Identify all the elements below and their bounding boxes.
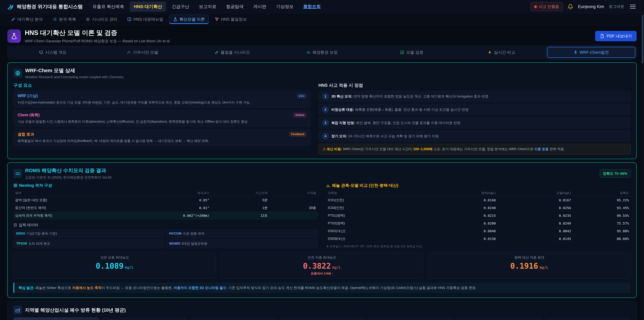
advantage-desc: 해안 절벽, 항만 구조물, 인접 도시의 건물 효과를 지형 데이터로 반영 (356, 121, 460, 125)
database-icon (14, 223, 17, 227)
nesting-table: 영역 격자크기 시간간격 수직층 광역 (일본·대만 포함) 0.05° 5분 … (14, 190, 318, 219)
nav-item-aerial-search[interactable]: 항공탐색 (222, 2, 248, 12)
phenol-table: 관측점 관측(mg/L) 모델(mg/L) 정확도 IC01(인천) 0.016… (326, 190, 630, 243)
incident-dot-icon (534, 6, 537, 8)
pdf-export-button[interactable]: PDF 내보내기 (595, 31, 636, 41)
subnav-item-scenario-manage[interactable]: 시나리오 관리 (82, 15, 121, 24)
tab-wrfchem[interactable]: WRF-Chem발전 (547, 47, 635, 58)
wrfchem-subtitle: Weather Research and Forecasting model c… (25, 75, 124, 79)
input-data-cell: TPXO9조위 15개 분조 (14, 239, 165, 248)
computation-cost-note: ⚠ 계산 비용: WRF-Chem은 가우시안 모델 대비 계산 시간이 100… (318, 144, 630, 154)
table-row: 중간역 (한반도 해역) 0.01° 1분 20층 (14, 204, 318, 212)
tab-label: 해양환경 보정 (312, 50, 338, 55)
wing-logo-icon (8, 3, 14, 10)
wave-icon (14, 169, 22, 178)
region-stat-incheon: 인천 91,658 m³/일 1,073t/a (190, 317, 276, 320)
bar-chart-icon (326, 183, 330, 187)
page-icon (8, 29, 21, 43)
table-row: PT02(평택) 0.0200 0.0249 75.57% (326, 219, 630, 227)
nav-item-rescue[interactable]: 긴급구난 (168, 2, 193, 12)
phenol-heading-row: 페놀 관측-모델 비교 (인천·평택·대산) (326, 183, 630, 188)
col-header: 수직층 (268, 191, 316, 195)
rocket-icon (574, 50, 578, 54)
tab-label: 실시간 비교 (494, 50, 515, 55)
monitor-icon (39, 50, 43, 54)
component-coupling: 결합 효과 Feedback 화학물질의 복사 효과가 기상장에 되먹임(fee… (14, 129, 311, 146)
user-name[interactable]: Eunjeong Kim (578, 4, 604, 9)
subnav-item-model-theory[interactable]: 확산모델 이론 (169, 15, 209, 24)
wrfchem-title: WRF-Chem 모델 상세 (25, 67, 124, 74)
subnav-label: 시나리오 관리 (92, 17, 118, 22)
tab-system-overview[interactable]: 시스템 개요 (9, 47, 97, 58)
component-wrf: WRF (기상) v4.x 비정수압(non-hydrostatic) 중규모 … (14, 91, 311, 108)
metric-value: 0.3822 (303, 261, 331, 270)
subnav-item-hns-manual[interactable]: HNS 대응매뉴얼 (124, 15, 167, 24)
roms-card: ROMS 해양확산 수치모의 검증 결과 김창은·이문진 외 (2024), 한… (8, 162, 636, 298)
subnav-item-atmo-analysis[interactable]: 대기확산 분석 (8, 15, 46, 24)
col-header: 관측점 (328, 191, 420, 195)
gear-icon (86, 17, 90, 22)
component-desc: 기상 모델과 동일한 시간 스텝에서 화학종의 이류(advection), 난… (18, 119, 306, 124)
nesting-heading: Nesting 격자 구성 (19, 183, 52, 188)
table-row: DS03(대산) 0.0130 0.0145 88.60% (326, 235, 630, 243)
advantage-item: 3 복잡 지형 반영: 해안 절벽, 항만 구조물, 인접 도시의 건물 효과를… (318, 117, 630, 129)
col-header: 정확도 (571, 191, 629, 195)
roms-title: ROMS 해양확산 수치모의 검증 결과 (25, 167, 112, 174)
metric-label: 인천 저층 최대농도 (224, 255, 420, 260)
document-icon (600, 34, 604, 38)
tab-gaussian-model[interactable]: 가우시안 모델 (98, 47, 186, 58)
tab-model-validation[interactable]: 모델 검증 (368, 47, 456, 58)
bell-icon[interactable] (568, 4, 573, 10)
subnav-item-analysis-list[interactable]: 분석 목록 (49, 15, 80, 24)
subnav-label: 확산모델 이론 (180, 17, 205, 22)
metric-incheon-surface: 인천 표층 최대농도 0.1089mg/L (14, 252, 216, 279)
col-header: 모델(mg/L) (496, 191, 571, 195)
col-header: 격자크기 (127, 191, 209, 195)
nav-item-oil-spill[interactable]: 유출유 확산예측 (88, 2, 128, 12)
scrollbar-thumb[interactable] (642, 15, 644, 64)
nav-item-hns-atmo[interactable]: HNS·대기확산 (130, 2, 166, 12)
app-logo[interactable]: 해양환경 위기대응 통합시스템 (8, 3, 83, 10)
tab-substance-scenario[interactable]: 물질별 시나리오 (188, 47, 276, 58)
logout-button[interactable]: 로그아웃 (609, 4, 624, 9)
hamburger-menu-icon[interactable] (629, 4, 636, 10)
number-badge: 2 (322, 106, 329, 113)
component-mode-badge: Online (293, 113, 306, 118)
components-heading: 구성 요소 (14, 82, 311, 88)
wave-icon (306, 50, 310, 54)
col-header: 관측(mg/L) (420, 191, 496, 195)
cost-text: 전략 적용. (548, 147, 565, 151)
page-title: HNS 대기확산 모델 이론 및 검증 (25, 29, 170, 37)
cost-text: 소요. 초기 대응에는 가우시안 모델, 정밀 분석에는 WRF-Chem으로 (432, 147, 534, 151)
molecule-icon (215, 17, 219, 22)
phenol-table-note: ※ 관측일시: 2023.06.27~28 / 전체 18개 관측점 중 대표 … (326, 244, 630, 248)
grid-icon (14, 183, 18, 187)
section-tabs: 시스템 개요 가우시안 모델 물질별 시나리오 해양환경 보정 모델 검증 실시… (8, 46, 636, 59)
pdf-export-label: PDF 내보내기 (606, 33, 632, 39)
tab-realtime-compare[interactable]: 실시간 비교 (458, 47, 546, 58)
number-badge: 4 (322, 133, 329, 139)
factory-discharge-icon (13, 306, 22, 314)
tab-marine-correction[interactable]: 해양환경 보정 (278, 47, 366, 58)
nav-item-integrated-search[interactable]: 통합조회 (299, 2, 325, 12)
nav-item-weather[interactable]: 기상정보 (272, 2, 298, 12)
inputs-heading-row: 입력 데이터 (14, 222, 318, 227)
incident-status-badge[interactable]: 사고 진행중 (530, 2, 563, 11)
subnav-item-hns-substance-info[interactable]: HNS 물질정보 (211, 15, 250, 24)
advantage-title: 장기 모의: (332, 134, 347, 138)
metric-unit: mg/L (540, 265, 548, 269)
region-stat-ulsan: 울산 414,620 m³/일 5,837t/a (13, 317, 99, 320)
accuracy-badge: 정확도 75~96% (600, 169, 631, 178)
page-scrollbar[interactable] (641, 0, 644, 320)
region-grid: 울산 414,620 m³/일 5,837t/a 여수 124,890 m³/일… (13, 317, 631, 320)
nav-item-reports[interactable]: 보고자료 (195, 2, 220, 12)
roms-subtitle: 김창은·이문진 외 (2024), 한국해양환경·안전학회지 Vol.30 (25, 175, 112, 180)
metric-incheon-bottom: 인천 저층 최대농도 0.3822mg/L 표층대비 3.5배 ↑ (221, 252, 423, 279)
input-data-cell: HYCOM수온·염분·유속 (166, 229, 318, 238)
region-stat-busan: 부산 38,292 m³/일 44t/a (545, 317, 631, 320)
metric-row: 인천 표층 최대농도 0.1089mg/L 인천 저층 최대농도 0.3822m… (14, 252, 630, 279)
input-data-grid: ERA5기상(기압·풍속·기온) HYCOM수온·염분·유속 TPXO9조위 1… (14, 229, 318, 248)
cost-label: 계산 비용: (326, 147, 342, 151)
nav-item-board[interactable]: 게시판 (249, 2, 270, 12)
incident-status-label: 사고 진행중 (539, 4, 559, 9)
